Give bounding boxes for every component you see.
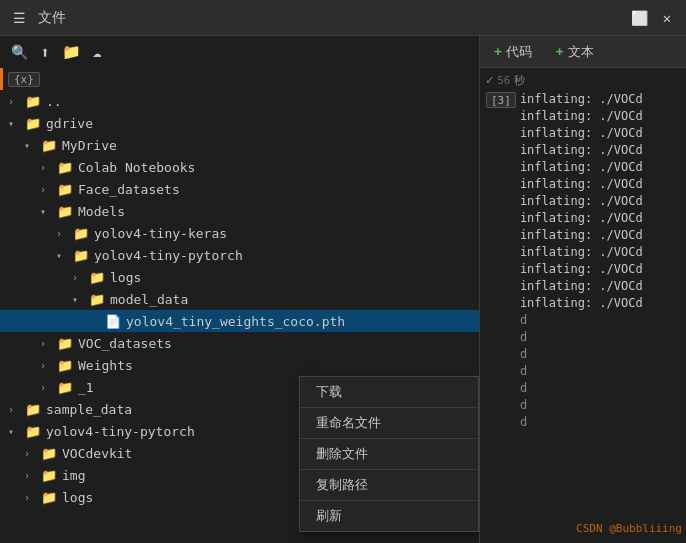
arrow-face: › [40,184,56,195]
output-line-16: d [520,346,643,363]
ctx-rename[interactable]: 重命名文件 [300,408,478,439]
output-line-12: inflating: ./VOCd [520,278,643,295]
sidebar-toolbar: 🔍 ⬆ 📁 ☁ [0,36,479,68]
cloud-icon[interactable]: ☁ [86,41,108,63]
tree-item-weights-file[interactable]: › 📄 yolov4_tiny_weights_coco.pth [0,310,479,332]
folder-logs-nested-icon: 📁 [88,270,106,285]
folder-sampledata-icon: 📁 [24,402,42,417]
label-pytorch-top: yolov4-tiny-pytorch [46,424,195,439]
output-line-8: inflating: ./VOCd [520,210,643,227]
line-content-15: d [520,329,643,346]
folder-weights-icon: 📁 [56,358,74,373]
output-line-7: inflating: ./VOCd [520,193,643,210]
top-bar: ☰ 文件 ⬜ ✕ [0,0,686,36]
output-line-15: d [520,329,643,346]
file-sidebar: 🔍 ⬆ 📁 ☁ {x} › 📁 .. ▾ 📁 gdrive [0,36,480,543]
folder-vocdevkit-icon: 📁 [40,446,58,461]
label-models: Models [78,204,125,219]
tree-item-gdrive[interactable]: ▾ 📁 gdrive [0,112,479,134]
ctx-copy-path[interactable]: 复制路径 [300,470,478,501]
arrow-1: › [40,382,56,393]
folder-voc-icon: 📁 [56,336,74,351]
line-content-8: inflating: ./VOCd [520,210,643,227]
arrow-colab: › [40,162,56,173]
tree-item-face[interactable]: › 📁 Face_datasets [0,178,479,200]
line-content-2: inflating: ./VOCd [520,108,643,125]
tab-code[interactable]: + 代码 [488,39,538,65]
folder-face-icon: 📁 [56,182,74,197]
arrow-img: › [24,470,40,481]
close-icon[interactable]: ✕ [656,7,678,29]
label-pytorch-nested: yolov4-tiny-pytorch [94,248,243,263]
tree-item-mydrive[interactable]: ▾ 📁 MyDrive [0,134,479,156]
label-weights: yolov4_tiny_weights_coco.pth [126,314,345,329]
line-content-20: d [520,414,643,431]
label-voc: VOC_datasets [78,336,172,351]
new-folder-icon[interactable]: 📁 [60,41,82,63]
label-logs-nested: logs [110,270,141,285]
file-weights-icon: 📄 [104,314,122,329]
line-content-14: d [520,312,643,329]
label-gdrive: gdrive [46,116,93,131]
tab-code-label: 代码 [506,43,532,61]
line-content-19: d [520,397,643,414]
var-badge: {x} [8,72,40,87]
output-area: ✓ 56 秒 [3] inflating: ./VOCd inflating: … [480,68,686,543]
arrow-dotdot: › [8,96,24,107]
output-line-6: inflating: ./VOCd [520,176,643,193]
context-menu: 下载 重命名文件 删除文件 复制路径 刷新 [299,376,479,532]
text-plus-icon: + [556,44,564,59]
tab-text[interactable]: + 文本 [550,39,600,65]
label-colab: Colab Notebooks [78,160,195,175]
ctx-download[interactable]: 下载 [300,377,478,408]
label-mydrive: MyDrive [62,138,117,153]
output-line-9: inflating: ./VOCd [520,227,643,244]
tree-item-models[interactable]: ▾ 📁 Models [0,200,479,222]
main-layout: 🔍 ⬆ 📁 ☁ {x} › 📁 .. ▾ 📁 gdrive [0,36,686,543]
line-content-1: inflating: ./VOCd [520,91,643,108]
menu-icon[interactable]: ☰ [8,7,30,29]
line-content-9: inflating: ./VOCd [520,227,643,244]
folder-img-icon: 📁 [40,468,58,483]
ctx-delete[interactable]: 删除文件 [300,439,478,470]
line-content-16: d [520,346,643,363]
tree-item-dotdot[interactable]: › 📁 .. [0,90,479,112]
tree-item-weights[interactable]: › 📁 Weights [0,354,479,376]
line-content-5: inflating: ./VOCd [520,159,643,176]
output-line-13: inflating: ./VOCd [520,295,643,312]
window-controls: ⬜ ✕ [628,7,678,29]
maximize-icon[interactable]: ⬜ [628,7,650,29]
tree-item-pytorch-nested[interactable]: ▾ 📁 yolov4-tiny-pytorch [0,244,479,266]
line-content-11: inflating: ./VOCd [520,261,643,278]
search-icon[interactable]: 🔍 [8,41,30,63]
output-line-18: d [520,380,643,397]
folder-modeldata-icon: 📁 [88,292,106,307]
variable-area: {x} [0,68,479,90]
folder-gdrive-icon: 📁 [24,116,42,131]
line-content-18: d [520,380,643,397]
arrow-sampledata: › [8,404,24,415]
folder-pytorch-nested-icon: 📁 [72,248,90,263]
upload-icon[interactable]: ⬆ [34,41,56,63]
label-modeldata: model_data [110,292,188,307]
output-line-14: d [520,312,643,329]
arrow-logs-nested: › [72,272,88,283]
folder-colab-icon: 📁 [56,160,74,175]
tree-item-keras[interactable]: › 📁 yolov4-tiny-keras [0,222,479,244]
tree-item-modeldata[interactable]: ▾ 📁 model_data [0,288,479,310]
time-label: 秒 [514,72,525,89]
line-number: 56 [497,72,510,89]
label-dotdot: .. [46,94,62,109]
tree-item-colab[interactable]: › 📁 Colab Notebooks [0,156,479,178]
tree-item-logs-nested[interactable]: › 📁 logs [0,266,479,288]
folder-dotdot-icon: 📁 [24,94,42,109]
output-line-19: d [520,397,643,414]
folder-logs-top-icon: 📁 [40,490,58,505]
ctx-refresh[interactable]: 刷新 [300,501,478,531]
tree-item-voc[interactable]: › 📁 VOC_datasets [0,332,479,354]
output-badge: [3] [486,92,516,108]
label-logs-top: logs [62,490,93,505]
label-vocdevkit: VOCdevkit [62,446,132,461]
arrow-logs-top: › [24,492,40,503]
line-content-13: inflating: ./VOCd [520,295,643,312]
